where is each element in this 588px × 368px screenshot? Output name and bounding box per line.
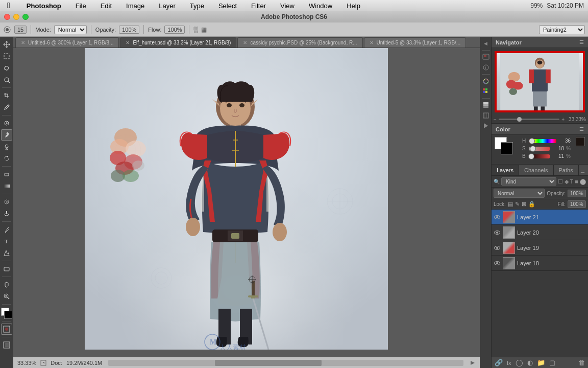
tab-close-1[interactable]: ✕ — [126, 40, 130, 45]
tab-2[interactable]: ✕ cassidy psychic.PSD @ 25% (Background,… — [237, 37, 362, 48]
gradient-tool[interactable] — [1, 180, 12, 192]
brightness-slider[interactable] — [529, 154, 550, 158]
blur-tool[interactable] — [1, 196, 12, 208]
lock-transparent-icon[interactable]: ▤ — [508, 201, 513, 208]
dodge-tool[interactable] — [1, 208, 12, 219]
pressure-icon[interactable]: ▦ — [201, 26, 207, 33]
lock-pixels-icon[interactable]: ✎ — [515, 201, 520, 208]
fill-input[interactable] — [568, 200, 586, 208]
zoom-tool[interactable] — [1, 291, 12, 302]
workspace-selector[interactable]: Painting2 — [539, 25, 585, 34]
layer-item-21[interactable]: Layer 21 — [492, 210, 588, 225]
filter-toggle-icon[interactable]: ⬤ — [580, 178, 586, 185]
crop-tool[interactable] — [1, 90, 12, 101]
history-brush-tool[interactable] — [1, 153, 12, 164]
navigator-thumbnail[interactable] — [495, 51, 585, 112]
zoom-expand-icon[interactable] — [40, 360, 46, 366]
menu-photoshop[interactable]: Photoshop — [23, 1, 64, 11]
background-color[interactable] — [4, 311, 12, 319]
layer-delete-icon[interactable]: 🗑 — [578, 359, 585, 366]
horizontal-scrollbar[interactable] — [108, 360, 463, 366]
color-panel-header[interactable]: Color ☰ — [492, 124, 588, 135]
menu-help[interactable]: Help — [344, 1, 363, 11]
color-switcher[interactable] — [1, 308, 12, 319]
saturation-thumb[interactable] — [530, 146, 536, 152]
tab-0[interactable]: ✕ Untitled-6 @ 300% (Layer 1, RGB/8... — [15, 37, 119, 48]
menu-edit[interactable]: Edit — [97, 1, 115, 11]
menu-file[interactable]: File — [72, 1, 89, 11]
hue-thumb[interactable] — [529, 138, 535, 144]
tab-close-2[interactable]: ✕ — [243, 40, 247, 45]
layer-item-20[interactable]: Layer 20 — [492, 225, 588, 240]
close-button[interactable] — [4, 14, 10, 20]
filter-shape-icon[interactable]: ■ — [575, 178, 578, 185]
canvas-container[interactable]: M 人人素材 — [13, 48, 480, 357]
lock-position-icon[interactable]: ⊠ — [522, 201, 526, 208]
navigator-icon[interactable] — [481, 53, 491, 62]
move-tool[interactable] — [1, 39, 12, 50]
zoom-in-icon[interactable]: + — [561, 117, 565, 122]
filter-adjust-icon[interactable]: ◆ — [565, 178, 569, 185]
eraser-tool[interactable] — [1, 169, 12, 180]
filter-type-icon[interactable]: T — [570, 178, 574, 185]
layer-20-visibility[interactable] — [494, 229, 501, 236]
layer-19-visibility[interactable] — [494, 244, 501, 251]
panel-collapse-icon[interactable]: ◀ — [481, 39, 491, 48]
layer-link-icon[interactable]: 🔗 — [495, 359, 503, 366]
flow-display[interactable]: 100% — [164, 26, 185, 34]
menu-image[interactable]: Image — [123, 1, 148, 11]
tab-3[interactable]: ✕ Untitled-5 @ 33.3% (Layer 1, RGB/... — [364, 37, 467, 48]
marquee-tool[interactable] — [1, 51, 12, 62]
document-canvas[interactable]: M 人人素材 — [85, 48, 388, 350]
tab-close-0[interactable]: ✕ — [21, 40, 25, 45]
scrollbar-thumb[interactable] — [215, 360, 322, 366]
swatches-icon[interactable] — [481, 87, 491, 96]
menu-window[interactable]: Window — [306, 1, 335, 11]
layer-adjustment-icon[interactable]: ◐ — [527, 359, 533, 366]
saturation-slider[interactable] — [529, 147, 550, 151]
zoom-slider[interactable] — [499, 119, 559, 120]
path-select-tool[interactable] — [1, 247, 12, 259]
info-icon[interactable]: i — [481, 63, 491, 72]
bg-color-swatch[interactable] — [501, 142, 513, 154]
tab-1[interactable]: ✕ Elf_hunter.psd @ 33.3% (Layer 21, RGB/… — [120, 37, 236, 48]
pen-tool[interactable] — [1, 224, 12, 235]
airbrush-icon[interactable]: ▒ — [193, 26, 198, 33]
layer-fx-icon[interactable]: fx — [507, 360, 511, 366]
layer-item-18[interactable]: Layer 18 — [492, 256, 588, 271]
brush-size-display[interactable]: 15 — [14, 26, 27, 34]
navigator-options-icon[interactable]: ☰ — [579, 39, 584, 45]
quick-select-tool[interactable] — [1, 74, 12, 85]
brush-tool[interactable] — [1, 129, 12, 141]
layer-mask-icon[interactable]: ◯ — [516, 359, 523, 366]
layers-icon[interactable] — [481, 101, 491, 110]
zoom-out-icon[interactable]: − — [494, 117, 497, 122]
menu-select[interactable]: Select — [215, 1, 240, 11]
menu-filter[interactable]: Filter — [248, 1, 269, 11]
eyedropper-tool[interactable] — [1, 102, 12, 113]
clone-stamp-tool[interactable] — [1, 141, 12, 152]
zoom-slider-thumb[interactable] — [517, 117, 522, 122]
brightness-thumb[interactable] — [528, 153, 534, 159]
tab-close-3[interactable]: ✕ — [370, 40, 374, 45]
layer-new-icon[interactable]: ▢ — [549, 359, 555, 366]
menu-view[interactable]: View — [277, 1, 298, 11]
text-tool[interactable]: T — [1, 236, 12, 247]
tab-layers[interactable]: Layers — [492, 165, 519, 175]
color-panel-options-icon[interactable]: ☰ — [579, 126, 584, 132]
lasso-tool[interactable] — [1, 62, 12, 74]
maximize-button[interactable] — [22, 14, 29, 20]
layer-18-visibility[interactable] — [494, 260, 501, 267]
channels-icon[interactable] — [481, 111, 491, 120]
layer-21-visibility[interactable] — [494, 214, 501, 221]
apple-menu[interactable]:  — [4, 0, 13, 11]
opacity-display[interactable]: 100% — [119, 26, 139, 34]
quick-mask-btn[interactable] — [1, 324, 12, 335]
filter-pixel-icon[interactable]: ☐ — [558, 178, 563, 185]
hue-slider[interactable] — [529, 139, 556, 143]
layer-item-19[interactable]: Layer 19 — [492, 240, 588, 256]
blend-mode-select[interactable]: Normal — [54, 25, 87, 34]
layer-filter-select[interactable]: Kind — [501, 177, 556, 186]
navigator-header[interactable]: Navigator ☰ — [492, 37, 588, 48]
tab-paths[interactable]: Paths — [554, 165, 579, 175]
